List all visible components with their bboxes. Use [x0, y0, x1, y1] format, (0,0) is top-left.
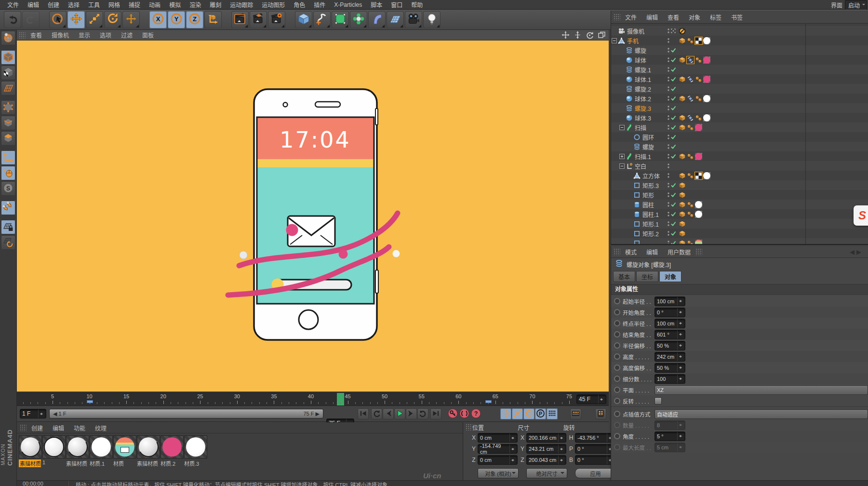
model-mode-button[interactable] — [1, 50, 15, 65]
render-to-picture-viewer-button[interactable] — [250, 11, 267, 28]
object-row[interactable]: 矩形.3 — [611, 180, 868, 190]
compositing-tag[interactable] — [695, 172, 702, 179]
menu-item-15[interactable]: X-Particles — [330, 1, 366, 8]
workplane-align-button[interactable] — [1, 235, 15, 250]
material-preview[interactable] — [66, 435, 89, 459]
phong-tag[interactable] — [679, 153, 686, 160]
keyframe-dot[interactable] — [614, 411, 620, 417]
keyframe-dot[interactable] — [614, 398, 620, 404]
vibrate-tag[interactable] — [687, 56, 694, 64]
lock-z-button[interactable]: Z — [186, 11, 203, 28]
material-tag[interactable] — [695, 211, 702, 218]
keyframe-dot[interactable] — [614, 364, 620, 371]
edges-mode-button[interactable] — [1, 116, 15, 130]
dots-tag[interactable] — [687, 240, 694, 244]
enabled-check-icon[interactable] — [670, 143, 677, 150]
object-row[interactable]: 矩形.2 — [611, 229, 868, 238]
light-button[interactable] — [423, 11, 441, 28]
vibrate-tag[interactable] — [687, 76, 694, 83]
object-row[interactable]: 扫描 — [611, 122, 868, 132]
solo-mode-button[interactable]: S — [1, 181, 15, 196]
panel-grip[interactable] — [20, 424, 27, 431]
record-rotation-button[interactable] — [523, 408, 534, 419]
keyframe-dot[interactable] — [614, 309, 620, 315]
dots-tag[interactable] — [687, 37, 694, 44]
tab-对象[interactable]: 对象 — [659, 271, 681, 282]
enable-state[interactable] — [670, 162, 677, 169]
enabled-check-icon[interactable] — [670, 182, 677, 189]
floor-button[interactable] — [387, 11, 404, 28]
enabled-check-icon[interactable] — [670, 76, 677, 82]
object-row[interactable]: 圆柱 — [611, 200, 868, 209]
panel-nav-arrows[interactable]: ◀▶ — [850, 248, 863, 256]
keyframe-dot[interactable] — [614, 342, 620, 349]
object-row[interactable]: 矩形.1 — [611, 219, 868, 229]
menu-item-10[interactable]: 雕刻 — [205, 0, 226, 9]
menu-item-8[interactable]: 模拟 — [165, 0, 185, 9]
primitive-cube-button[interactable] — [295, 11, 312, 28]
vibrate-tag[interactable] — [687, 114, 694, 122]
phong-tag[interactable] — [679, 230, 686, 237]
overlay-badge[interactable]: S — [854, 205, 868, 226]
maximize-icon[interactable] — [598, 31, 606, 39]
attr-field-13[interactable]: 5 cm — [654, 443, 685, 452]
collapse-icon[interactable] — [612, 38, 617, 43]
enable-state[interactable] — [670, 37, 677, 44]
material-item[interactable]: 材质 — [113, 435, 135, 467]
material-tag[interactable] — [695, 201, 702, 208]
go-to-end-button[interactable] — [430, 408, 441, 419]
material-tag[interactable] — [703, 95, 710, 102]
menu-item-17[interactable]: 窗口 — [387, 0, 407, 9]
timeline-marker[interactable] — [485, 400, 492, 403]
cloner-button[interactable] — [350, 11, 367, 28]
material-tag[interactable] — [695, 124, 702, 131]
panel-grip[interactable] — [614, 14, 620, 20]
orbit-icon[interactable] — [586, 31, 594, 39]
points-mode-button[interactable] — [1, 100, 15, 115]
start-frame-spinner[interactable]: 1 F — [20, 409, 46, 418]
go-to-start-button[interactable] — [358, 408, 369, 419]
viewport-menu-4[interactable]: 过滤 — [116, 31, 137, 39]
enable-axis-button[interactable] — [1, 150, 15, 165]
object-row[interactable]: 球体.1 — [611, 74, 868, 84]
timeline-ruler[interactable]: 5101520253035404550556065707545 F — [17, 392, 609, 406]
object-row[interactable]: 圆柱.1 — [611, 209, 868, 219]
keyframe-options-button[interactable]: ? — [470, 408, 481, 419]
object-row[interactable]: 螺旋 — [611, 142, 868, 151]
enabled-check-icon[interactable] — [670, 191, 677, 198]
menu-item-5[interactable]: 网格 — [104, 0, 124, 9]
om-menu-5[interactable]: 书签 — [726, 13, 748, 21]
attr-field-3[interactable]: 601 ° — [654, 330, 685, 339]
coord-mode-dropdown[interactable]: 绝对尺寸 — [526, 468, 567, 478]
enabled-check-icon[interactable] — [670, 114, 677, 121]
dots-tag[interactable] — [695, 95, 702, 102]
attr-menu-2[interactable]: 用户数据 — [663, 248, 695, 256]
ban-tag[interactable] — [679, 27, 686, 35]
coord-field-位置-X[interactable]: 0 cm — [478, 433, 518, 443]
workplane-mode-button[interactable] — [1, 81, 15, 95]
keyframe-selection-button[interactable] — [547, 408, 558, 419]
polygons-mode-button[interactable] — [1, 131, 15, 146]
phong-tag[interactable] — [679, 201, 686, 208]
timeline-range-slider[interactable]: ◀ 1 F 75 F ▶ — [49, 409, 323, 418]
om-menu-2[interactable]: 查看 — [663, 13, 684, 21]
menu-item-18[interactable]: 帮助 — [407, 0, 427, 9]
coord-field-尺寸-X[interactable]: 200.166 cm — [526, 433, 566, 443]
keyframe-dot[interactable] — [614, 298, 620, 304]
tab-坐标[interactable]: 坐标 — [636, 271, 658, 282]
material-tag[interactable] — [703, 172, 710, 179]
coord-field-旋转-H[interactable]: -43.756 ° — [575, 433, 615, 443]
material-tag[interactable] — [703, 37, 710, 44]
enabled-check-icon[interactable] — [670, 211, 677, 217]
render-settings-button[interactable] — [268, 11, 285, 28]
material-item[interactable]: 材质.2 — [160, 435, 183, 467]
phong-tag[interactable] — [679, 124, 686, 131]
attr-checkbox-9[interactable] — [654, 397, 662, 405]
material-tag[interactable] — [695, 153, 702, 160]
menu-item-12[interactable]: 运动图形 — [257, 0, 289, 9]
menu-item-14[interactable]: 插件 — [309, 0, 330, 9]
keyframe-dot[interactable] — [614, 387, 620, 393]
material-item[interactable]: 素描材质 — [66, 435, 88, 467]
attr-field-4[interactable]: 50 % — [654, 341, 685, 351]
material-menu-1[interactable]: 编辑 — [48, 424, 69, 432]
